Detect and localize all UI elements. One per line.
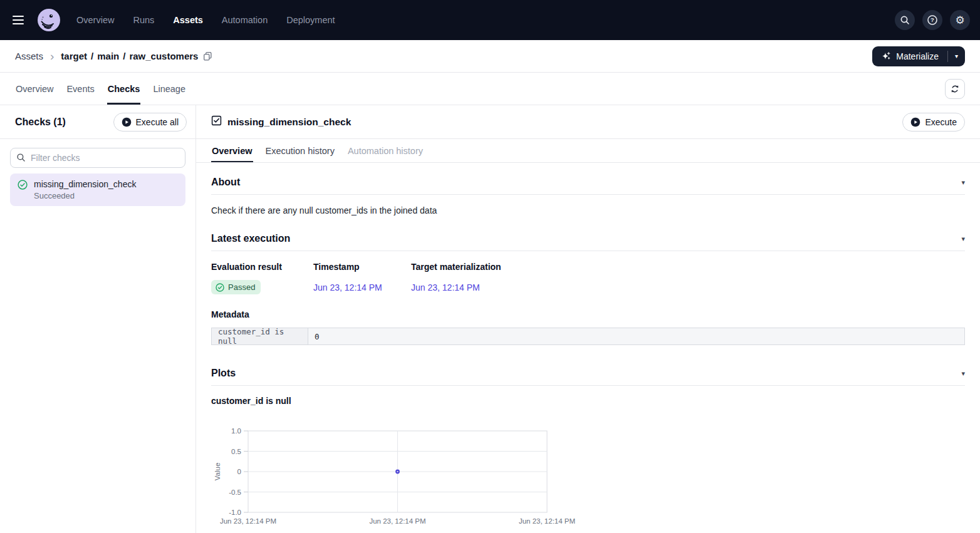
materialize-split-button: Materialize ▾: [872, 46, 965, 66]
check-status: Succeeded: [34, 191, 136, 200]
about-description: Check if there are any null customer_ids…: [211, 205, 965, 215]
ytick-label: 0.5: [231, 448, 241, 455]
tab-execution-history[interactable]: Execution history: [265, 139, 335, 162]
divider: [211, 385, 965, 386]
menu-icon[interactable]: [13, 13, 28, 28]
column-target-materialization: Target materialization: [411, 262, 965, 272]
breadcrumb-assets-link[interactable]: Assets: [15, 51, 43, 61]
ytick-label: 0: [237, 468, 241, 475]
target-materialization-link[interactable]: Jun 23, 12:14 PM: [411, 282, 480, 292]
metadata-value: 0: [308, 328, 964, 344]
timestamp-link[interactable]: Jun 23, 12:14 PM: [313, 282, 382, 292]
tab-automation-history[interactable]: Automation history: [347, 139, 424, 162]
check-detail-panel: missing_dimension_check Execute Overview…: [196, 105, 980, 533]
ytick-label: -0.5: [229, 489, 241, 496]
asset-tabs: Overview Events Checks Lineage: [15, 73, 186, 105]
value-plot-chart: 1.0 0.5 0 -0.5 -1.0 Value Jun 23, 12:14 …: [211, 423, 965, 533]
tab-overview[interactable]: Overview: [15, 73, 54, 105]
play-circle-icon: [122, 117, 132, 127]
xtick-label: Jun 23, 12:14 PM: [220, 517, 276, 525]
breadcrumb-separator: /: [91, 51, 93, 61]
nav-assets[interactable]: Assets: [173, 15, 203, 25]
tab-check-overview[interactable]: Overview: [211, 139, 253, 162]
sparkle-icon: [881, 51, 891, 61]
check-circle-icon: [216, 283, 224, 292]
passed-status-badge: Passed: [211, 280, 261, 294]
check-circle-icon: [18, 180, 28, 192]
search-icon: [16, 153, 26, 165]
tab-lineage[interactable]: Lineage: [152, 73, 186, 105]
refresh-icon[interactable]: [945, 79, 965, 99]
ytick-label: -1.0: [229, 509, 241, 516]
metadata-table: customer_id is null 0: [211, 328, 965, 345]
nav-icon-group: ? ⚙: [895, 10, 970, 30]
plot-title: customer_id is null: [211, 396, 965, 406]
filter-checks-input[interactable]: [10, 148, 185, 168]
chevron-right-icon: ›: [50, 50, 54, 62]
top-nav: Overview Runs Assets Automation Deployme…: [0, 0, 980, 40]
latest-execution-heading: Latest execution: [211, 233, 290, 244]
divider: [211, 251, 965, 251]
primary-nav: Overview Runs Assets Automation Deployme…: [76, 15, 335, 25]
nav-overview[interactable]: Overview: [76, 15, 114, 25]
ytick-label: 1.0: [231, 427, 241, 435]
metadata-key: customer_id is null: [212, 328, 308, 344]
materialize-dropdown-caret-icon[interactable]: ▾: [948, 46, 965, 66]
nav-runs[interactable]: Runs: [133, 15, 154, 25]
play-circle-icon: [910, 117, 920, 127]
breadcrumb-separator: /: [123, 51, 125, 61]
checks-sidebar: Checks (1) Execute all missing_dimension…: [0, 105, 196, 533]
breadcrumb-asset-key: target / main / raw_customers: [61, 51, 198, 61]
collapse-caret-icon[interactable]: ▾: [961, 235, 965, 243]
data-point[interactable]: [395, 470, 400, 474]
tab-checks[interactable]: Checks: [107, 73, 141, 105]
asset-check-icon: [211, 115, 222, 128]
check-detail-title: missing_dimension_check: [227, 116, 351, 128]
svg-text:?: ?: [930, 16, 934, 23]
check-name: missing_dimension_check: [34, 179, 136, 189]
xtick-label: Jun 23, 12:14 PM: [369, 517, 425, 525]
breadcrumb-row: Assets › target / main / raw_customers M…: [0, 40, 980, 73]
collapse-caret-icon[interactable]: ▾: [961, 370, 965, 378]
checks-count-title: Checks (1): [15, 116, 66, 128]
breadcrumb-part[interactable]: raw_customers: [129, 51, 198, 61]
collapse-caret-icon[interactable]: ▾: [961, 179, 965, 187]
search-icon[interactable]: [895, 10, 915, 30]
execute-button[interactable]: Execute: [902, 113, 965, 132]
check-list-item[interactable]: missing_dimension_check Succeeded: [10, 173, 185, 206]
help-icon[interactable]: ?: [922, 10, 942, 30]
copy-icon[interactable]: [203, 51, 212, 61]
nav-automation[interactable]: Automation: [222, 15, 268, 25]
breadcrumb-part[interactable]: main: [97, 51, 119, 61]
metadata-heading: Metadata: [211, 309, 965, 319]
nav-deployment[interactable]: Deployment: [286, 15, 335, 25]
divider: [211, 194, 965, 195]
settings-gear-icon[interactable]: ⚙: [950, 10, 970, 30]
column-evaluation-result: Evaluation result: [211, 262, 313, 272]
plots-heading: Plots: [211, 368, 236, 379]
about-heading: About: [211, 177, 240, 188]
latest-execution-table: Evaluation result Timestamp Target mater…: [211, 262, 965, 294]
xtick-label: Jun 23, 12:14 PM: [519, 517, 575, 525]
y-axis-label: Value: [214, 463, 221, 481]
dagster-logo[interactable]: [38, 9, 60, 31]
materialize-button[interactable]: Materialize: [872, 46, 947, 66]
breadcrumb-part[interactable]: target: [61, 51, 87, 61]
asset-tabs-row: Overview Events Checks Lineage: [0, 73, 980, 105]
column-timestamp: Timestamp: [313, 262, 411, 272]
check-detail-tabs: Overview Execution history Automation hi…: [196, 139, 980, 163]
tab-events[interactable]: Events: [66, 73, 95, 105]
execute-all-button[interactable]: Execute all: [113, 113, 187, 132]
